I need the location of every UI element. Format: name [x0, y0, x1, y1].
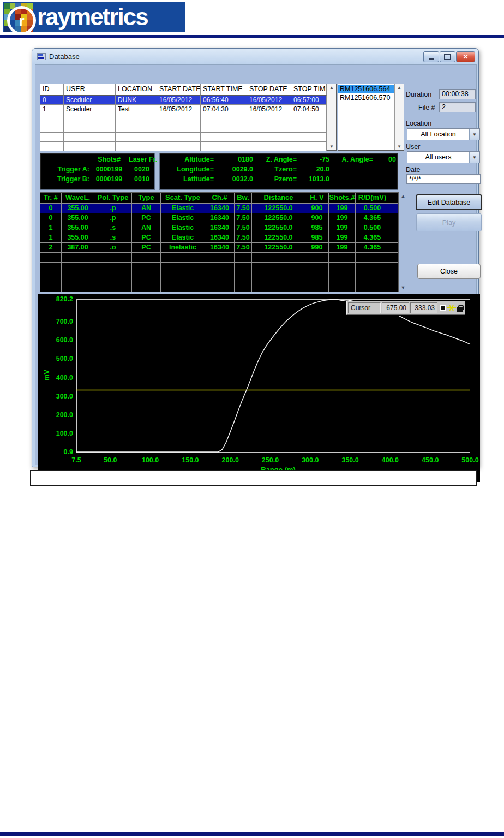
- file-number-field: 2: [439, 102, 476, 112]
- close-window-button[interactable]: ✕: [456, 51, 475, 62]
- info-value: Z. Angle=: [253, 156, 297, 163]
- sessions-scrollbar[interactable]: ▲ ▼: [327, 84, 336, 150]
- position-info-panel: Altitude=0180Z. Angle=-75A. Angle=00Long…: [159, 153, 398, 190]
- info-value: [329, 165, 373, 173]
- info-value: 20.0: [297, 165, 329, 173]
- x-tick-label: 50.0: [94, 456, 127, 464]
- date-field[interactable]: */*/*: [406, 174, 481, 184]
- x-tick-label: 7.5: [60, 456, 93, 464]
- y-tick-label: 200.0: [38, 411, 73, 419]
- y-tick-label: 820.2: [38, 295, 73, 303]
- info-value: 1013.0: [297, 175, 329, 183]
- file-list-item[interactable]: RM1251606.570: [338, 93, 394, 102]
- scroll-up-icon[interactable]: ▲: [327, 85, 336, 90]
- maximize-button[interactable]: [440, 51, 455, 62]
- scroll-down-icon[interactable]: ▼: [395, 144, 404, 149]
- file-list-scrollbar[interactable]: ▲ ▼: [394, 84, 404, 150]
- cursor-label: Cursor: [348, 302, 381, 313]
- file-number-label: File #: [418, 104, 435, 111]
- table-row[interactable]: [40, 272, 398, 282]
- table-row[interactable]: [40, 133, 327, 142]
- info-value: [373, 175, 396, 183]
- table-row[interactable]: [40, 123, 327, 133]
- table-row[interactable]: 0355.00.pPCElastic163407.50122550.090019…: [40, 213, 398, 223]
- x-tick-label: 300.0: [294, 456, 327, 464]
- window-client-area: IDUSERLOCATIONSTART DATESTART TIMESTOP D…: [35, 64, 477, 465]
- cursor-legend[interactable]: Cursor 675.00 333.03: [346, 301, 465, 315]
- table-row[interactable]: 0355.00.pANElastic163407.50122550.090019…: [40, 204, 398, 213]
- info-value: [373, 165, 396, 173]
- scroll-up-icon[interactable]: ▲: [399, 193, 407, 199]
- crosshair-icon[interactable]: [447, 304, 456, 312]
- x-tick-label: 100.0: [134, 456, 167, 464]
- user-label: User: [406, 143, 420, 151]
- table-row[interactable]: 0ScedulerDUNK16/05/201206:56:4016/05/201…: [40, 96, 327, 105]
- table-row[interactable]: [40, 282, 398, 292]
- edit-database-button[interactable]: Edit Database: [416, 195, 482, 210]
- logo-letter: r: [19, 14, 24, 28]
- info-value: Tzero=: [253, 165, 297, 173]
- trigger-b-laser: 0010: [129, 175, 155, 183]
- logo-text: raymetrics: [37, 3, 148, 31]
- window-icon: [37, 53, 46, 60]
- table-header-row: IDUSERLOCATIONSTART DATESTART TIMESTOP D…: [40, 84, 327, 96]
- duration-label: Duration: [406, 91, 431, 98]
- table-row[interactable]: [40, 142, 327, 151]
- footer-divider: [0, 832, 504, 836]
- play-button[interactable]: Play: [416, 213, 482, 231]
- chart-canvas: [38, 294, 480, 482]
- y-tick-label: 500.0: [38, 355, 73, 362]
- info-value: [329, 175, 373, 183]
- y-tick-label: 700.0: [38, 318, 73, 325]
- sessions-table: IDUSERLOCATIONSTART DATESTART TIMESTOP D…: [40, 84, 337, 151]
- trigger-a-shots: 0000199: [89, 165, 129, 173]
- lock-icon[interactable]: [457, 305, 463, 312]
- cursor-style-icon[interactable]: [440, 305, 446, 311]
- trigger-b-shots: 0000199: [89, 175, 129, 183]
- scroll-down-icon[interactable]: ▼: [399, 285, 407, 290]
- title-bar[interactable]: Database ✕: [32, 49, 478, 64]
- info-value: Altitude=: [162, 156, 214, 163]
- trigger-b-label: Trigger B:: [41, 175, 89, 183]
- laser-column-header: Laser Fr.: [129, 156, 155, 163]
- file-list-item[interactable]: RM1251606.564: [338, 85, 394, 93]
- table-row[interactable]: [40, 253, 398, 263]
- file-list: RM1251606.564RM1251606.570 ▲ ▼: [338, 84, 404, 151]
- shots-column-header: Shots#: [89, 156, 129, 163]
- table-row[interactable]: 2387.00.oPCInelastic163407.50122550.0990…: [40, 243, 398, 253]
- table-row[interactable]: 1ScedulerTest16/05/201207:04:3016/05/201…: [40, 105, 327, 114]
- x-tick-label: 250.0: [254, 456, 287, 464]
- trigger-a-laser: 0020: [129, 165, 155, 173]
- user-dropdown[interactable]: All users ▼: [407, 151, 480, 163]
- table-row[interactable]: [40, 114, 327, 123]
- dropdown-arrow-icon[interactable]: ▼: [469, 152, 479, 163]
- raymetrics-logo: r raymetrics: [3, 2, 185, 32]
- x-tick-label: 150.0: [174, 456, 207, 464]
- scroll-up-icon[interactable]: ▲: [395, 85, 404, 90]
- notes-field[interactable]: [30, 470, 477, 486]
- dropdown-arrow-icon[interactable]: ▼: [469, 129, 479, 140]
- x-tick-label: 400.0: [374, 456, 406, 464]
- channels-table: Tr. #WaveL.Pol. TypeTypeScat. TypeCh.#Bw…: [40, 192, 399, 292]
- minimize-button[interactable]: [423, 51, 439, 62]
- table-row[interactable]: 1355.00.sANElastic163407.50122550.098519…: [40, 223, 398, 233]
- y-tick-label: 300.0: [38, 393, 73, 400]
- info-value: 0032.0: [214, 175, 253, 183]
- header-divider: [0, 35, 504, 38]
- scroll-down-icon[interactable]: ▼: [327, 144, 336, 149]
- window-title: Database: [49, 52, 80, 61]
- trigger-info-panel: Shots# Laser Fr. Trigger A: 0000199 0020…: [40, 153, 155, 190]
- raymetrics-logo-icon: r: [4, 3, 33, 32]
- info-value: 00: [373, 156, 396, 163]
- cursor-y-value: 333.03: [410, 302, 437, 313]
- date-label: Date: [406, 166, 420, 174]
- close-button[interactable]: Close: [417, 264, 481, 279]
- table-row[interactable]: [40, 263, 398, 272]
- channels-scrollbar[interactable]: ▲ ▼: [399, 192, 407, 292]
- signal-chart: mV Range (m) Cursor 675.00 333.03 820.27…: [38, 294, 480, 482]
- x-tick-label: 200.0: [214, 456, 247, 464]
- location-dropdown[interactable]: All Location ▼: [407, 128, 480, 140]
- table-header-row: Tr. #WaveL.Pol. TypeTypeScat. TypeCh.#Bw…: [40, 193, 398, 204]
- info-value: 0029.0: [214, 165, 253, 173]
- table-row[interactable]: 1355.00.sPCElastic163407.50122550.098519…: [40, 233, 398, 243]
